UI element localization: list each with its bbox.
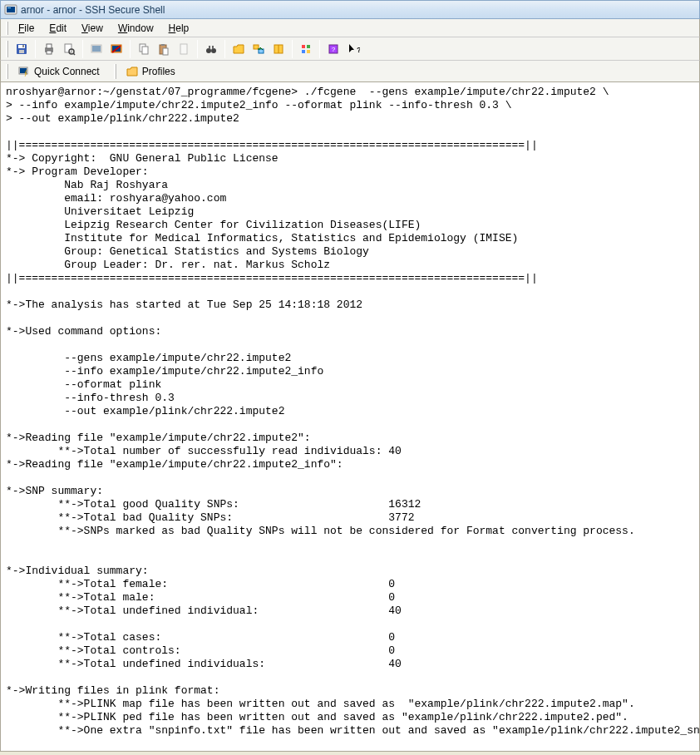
settings-icon xyxy=(299,42,313,56)
toolbar-separator xyxy=(224,40,225,58)
svg-text:?: ? xyxy=(357,46,360,54)
quick-connect-button[interactable]: Quick Connect xyxy=(13,62,107,81)
svg-rect-23 xyxy=(180,44,187,54)
terminal-output[interactable]: nroshyar@arnor:~/genstat/07_programme/fc… xyxy=(0,82,700,752)
svg-rect-26 xyxy=(209,46,210,49)
svg-rect-28 xyxy=(254,45,259,49)
context-help-button[interactable]: ? xyxy=(343,39,363,59)
svg-rect-6 xyxy=(22,45,24,47)
menu-view[interactable]: View xyxy=(75,21,110,36)
svg-rect-2 xyxy=(7,7,11,8)
window-titlebar: arnor - arnor - SSH Secure Shell xyxy=(0,0,700,19)
profiles-button[interactable]: Profiles xyxy=(121,62,183,81)
copy-icon xyxy=(137,42,150,56)
svg-rect-33 xyxy=(307,45,310,48)
copy-button[interactable] xyxy=(134,39,154,59)
connectbar-grip-2[interactable] xyxy=(114,64,116,79)
toolbar-separator xyxy=(292,40,293,58)
svg-line-12 xyxy=(73,53,75,55)
folder-icon xyxy=(126,65,139,78)
terminal-icon xyxy=(90,42,103,56)
disconnect-button[interactable] xyxy=(106,39,126,59)
svg-rect-8 xyxy=(47,44,52,48)
svg-rect-32 xyxy=(302,45,305,48)
menubar: File Edit View Window Help xyxy=(0,19,700,37)
book-icon xyxy=(272,42,285,56)
lightning-terminal-icon xyxy=(17,65,31,78)
toolbar-separator xyxy=(130,40,131,58)
svg-rect-27 xyxy=(212,46,214,49)
toolbar-separator xyxy=(319,40,320,58)
log-button[interactable] xyxy=(269,39,288,59)
settings-button[interactable] xyxy=(296,39,316,59)
svg-rect-10 xyxy=(65,44,71,52)
print-icon xyxy=(42,42,56,56)
toolbar-separator xyxy=(35,40,36,58)
toolbar-separator xyxy=(197,40,198,58)
profiles-label: Profiles xyxy=(142,66,175,77)
menu-window[interactable]: Window xyxy=(111,21,160,36)
svg-text:?: ? xyxy=(332,46,336,53)
binoculars-icon xyxy=(205,42,218,56)
print-button[interactable] xyxy=(39,39,59,59)
app-icon xyxy=(4,3,17,17)
svg-rect-19 xyxy=(142,47,148,54)
save-button[interactable] xyxy=(12,39,32,59)
paste-icon xyxy=(157,42,170,56)
svg-rect-21 xyxy=(161,44,165,46)
toolbar: ? ? xyxy=(0,37,700,61)
toolbar-grip[interactable] xyxy=(6,41,8,57)
folder-yellow-icon xyxy=(232,42,245,56)
new-file-transfer-button[interactable] xyxy=(229,39,249,59)
svg-rect-14 xyxy=(92,46,101,52)
toolbar-separator xyxy=(82,40,83,58)
help-button[interactable]: ? xyxy=(323,39,343,59)
svg-rect-35 xyxy=(307,50,310,53)
connect-toolbar: Quick Connect Profiles xyxy=(0,61,700,82)
new-terminal-button xyxy=(86,39,106,59)
svg-rect-22 xyxy=(163,48,168,55)
paste-button[interactable] xyxy=(154,39,174,59)
print-preview-button[interactable] xyxy=(59,39,79,59)
window-title: arnor - arnor - SSH Secure Shell xyxy=(21,4,165,16)
transfer-icon xyxy=(252,42,265,56)
menubar-grip[interactable] xyxy=(6,22,8,35)
menu-edit[interactable]: Edit xyxy=(42,21,73,36)
svg-rect-9 xyxy=(47,51,52,54)
select-all-button xyxy=(174,39,194,59)
save-icon xyxy=(15,42,28,56)
print-preview-icon xyxy=(62,42,76,56)
transfer-button[interactable] xyxy=(249,39,269,59)
help-book-icon: ? xyxy=(327,42,340,56)
connectbar-grip[interactable] xyxy=(6,64,8,79)
page-icon xyxy=(177,42,190,56)
cursor-help-icon: ? xyxy=(347,42,360,56)
find-button[interactable] xyxy=(201,39,221,59)
menu-help[interactable]: Help xyxy=(162,21,196,36)
quick-connect-label: Quick Connect xyxy=(34,66,100,77)
svg-rect-5 xyxy=(19,50,24,53)
menu-file[interactable]: File xyxy=(12,21,41,36)
disconnect-icon xyxy=(110,42,123,56)
svg-rect-34 xyxy=(302,50,305,53)
